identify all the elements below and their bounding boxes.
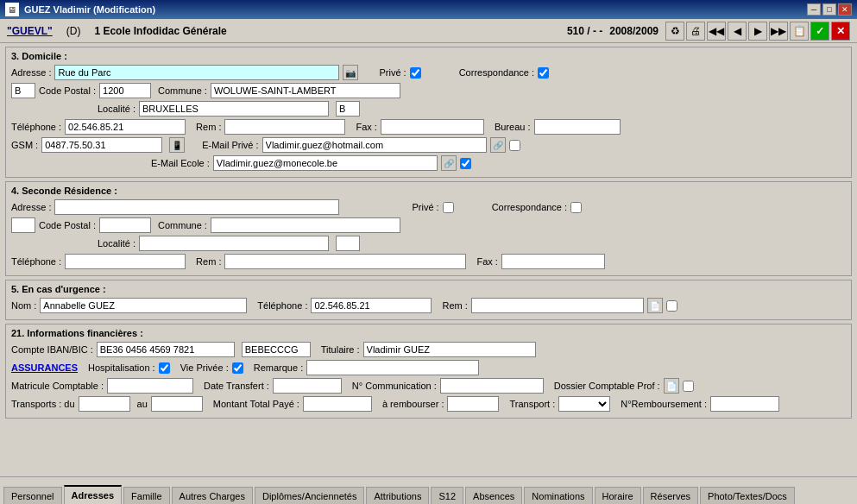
financieres-date-input[interactable] [273, 378, 342, 394]
seconde-telephone-input[interactable] [65, 254, 186, 269]
refresh-button[interactable]: ♻ [665, 22, 684, 41]
tab-adresses[interactable]: Adresses [64, 485, 123, 504]
assurances-remarque-label: Remarque : [254, 362, 303, 373]
seconde-adresse-input[interactable] [54, 199, 339, 215]
domicile-prive-checkbox[interactable] [410, 67, 421, 79]
student-code[interactable]: "GUEVL" [7, 25, 53, 37]
emailecole-link-icon[interactable]: 🔗 [441, 155, 457, 171]
urgence-rem-input[interactable] [471, 298, 644, 313]
seconde-localite-input[interactable] [139, 236, 329, 251]
tab-horaire[interactable]: Horaire [595, 487, 641, 504]
urgence-nom-input[interactable] [40, 298, 247, 313]
emailecole-checkbox[interactable] [460, 158, 471, 169]
section-seconde-title: 4. Seconde Résidence : [11, 186, 846, 196]
financieres-transports-row: Transports : du au Montant Total Payé : … [11, 396, 846, 412]
copy-button[interactable]: 📋 [790, 22, 809, 41]
nav-prev-prev-button[interactable]: ◀◀ [707, 22, 726, 41]
seconde-correspondance-checkbox[interactable] [570, 202, 582, 213]
tab-absences[interactable]: Absences [465, 487, 522, 504]
tab-diplomes[interactable]: Diplômes/Anciennetés [255, 487, 364, 504]
domicile-correspondance-checkbox[interactable] [538, 67, 549, 79]
cancel-button[interactable]: ✕ [831, 22, 850, 41]
window-title: GUEZ Vladimir (Modification) [24, 4, 155, 15]
domicile-localite-input[interactable] [139, 101, 329, 117]
tab-attributions[interactable]: Attributions [366, 487, 429, 504]
tab-photo-textes[interactable]: Photo/Textes/Docs [700, 487, 795, 504]
domicile-commune-input[interactable] [211, 83, 400, 98]
nav-next-next-button[interactable]: ▶▶ [769, 22, 788, 41]
assurances-vieprivee-checkbox[interactable] [232, 362, 243, 374]
financieres-matricule-input[interactable] [107, 378, 193, 394]
seconde-fax-input[interactable] [501, 254, 605, 269]
seconde-correspondance-label: Correspondance : [492, 202, 567, 212]
domicile-localite-code-input[interactable] [336, 101, 360, 117]
gsm-phone-icon[interactable]: 📱 [169, 137, 185, 153]
domicile-rem-input[interactable] [224, 119, 345, 135]
student-type: (D) [66, 25, 81, 37]
domicile-correspondance-label: Correspondance : [459, 67, 534, 78]
tab-s12[interactable]: S12 [431, 487, 463, 504]
urgence-telephone-label: Téléphone : [257, 300, 307, 311]
save-button[interactable]: ✓ [810, 22, 829, 41]
domicile-codepostal-input[interactable] [99, 83, 151, 98]
section-urgence: 5. En cas d'urgence : Nom : Téléphone : … [5, 280, 852, 320]
financieres-titulaire-input[interactable] [363, 342, 536, 357]
financieres-montant-label: Montant Total Payé : [213, 399, 299, 409]
print-button[interactable]: 🖨 [686, 22, 705, 41]
domicile-photo-icon[interactable]: 📷 [343, 65, 358, 80]
domicile-adresse-input[interactable] [54, 65, 339, 80]
domicile-fax-label: Fax : [356, 122, 376, 132]
domicile-country-input[interactable] [11, 83, 35, 98]
assurances-remarque-input[interactable] [306, 360, 479, 375]
tab-reserves[interactable]: Réserves [643, 487, 698, 504]
assurances-hospitalisation-checkbox[interactable] [159, 362, 170, 374]
financieres-transports-from-input[interactable] [79, 396, 130, 412]
financieres-compte-row: Compte IBAN/BIC : Titulaire : [11, 342, 846, 357]
financieres-assurances-row: ASSURANCES Hospitalisation : Vie Privée … [11, 360, 846, 375]
emailprive-checkbox[interactable] [509, 140, 520, 151]
domicile-telephone-input[interactable] [65, 119, 186, 135]
financieres-bic-input[interactable] [242, 342, 311, 357]
seconde-telephone-label: Téléphone : [11, 256, 61, 267]
assurances-link[interactable]: ASSURANCES [11, 362, 78, 373]
domicile-emailprive-label: E-Mail Privé : [202, 140, 258, 150]
financieres-compte-input[interactable] [97, 342, 235, 357]
financieres-aremb-input[interactable] [447, 396, 499, 412]
minimize-button[interactable]: ─ [807, 3, 821, 16]
domicile-emailecole-input[interactable] [213, 155, 438, 171]
financieres-nremb-input[interactable] [710, 396, 779, 412]
financieres-dossier-icon[interactable]: 📄 [664, 378, 679, 394]
domicile-codepostal-label: Code Postal : [39, 85, 96, 96]
close-button[interactable]: ✕ [838, 3, 852, 16]
domicile-emailprive-input[interactable] [262, 137, 487, 153]
tab-personnel[interactable]: Personnel [3, 487, 62, 504]
nav-next-button[interactable]: ▶ [748, 22, 767, 41]
seconde-localite-code-input[interactable] [336, 236, 360, 251]
urgence-telephone-input[interactable] [311, 298, 432, 313]
maximize-button[interactable]: □ [822, 3, 836, 16]
tab-autres-charges[interactable]: Autres Charges [172, 487, 253, 504]
urgence-note-icon[interactable]: 📄 [647, 298, 663, 313]
emailprive-link-icon[interactable]: 🔗 [490, 137, 506, 153]
domicile-fax-input[interactable] [381, 119, 484, 135]
financieres-dossier-checkbox[interactable] [683, 381, 694, 392]
financieres-montant-input[interactable] [303, 396, 372, 412]
financieres-transports-to-input[interactable] [151, 396, 203, 412]
financieres-transport-select[interactable] [558, 396, 610, 412]
tab-nominations[interactable]: Nominations [524, 487, 592, 504]
tab-famille[interactable]: Famille [123, 487, 169, 504]
seconde-commune-input[interactable] [211, 217, 400, 233]
urgence-row: Nom : Téléphone : Rem : 📄 [11, 298, 846, 313]
seconde-codepostal-input[interactable] [99, 217, 151, 233]
domicile-bureau-input[interactable] [534, 119, 621, 135]
seconde-prive-checkbox[interactable] [443, 202, 454, 213]
financieres-ncomm-input[interactable] [440, 378, 544, 394]
domicile-prive-label: Privé : [379, 67, 406, 78]
seconde-rem-input[interactable] [224, 254, 466, 269]
seconde-codepostal-label: Code Postal : [39, 220, 96, 230]
urgence-rem-label: Rem : [442, 300, 467, 311]
seconde-country-input[interactable] [11, 217, 35, 233]
domicile-gsm-input[interactable] [41, 137, 162, 153]
urgence-checkbox[interactable] [666, 300, 677, 312]
nav-prev-button[interactable]: ◀ [728, 22, 747, 41]
